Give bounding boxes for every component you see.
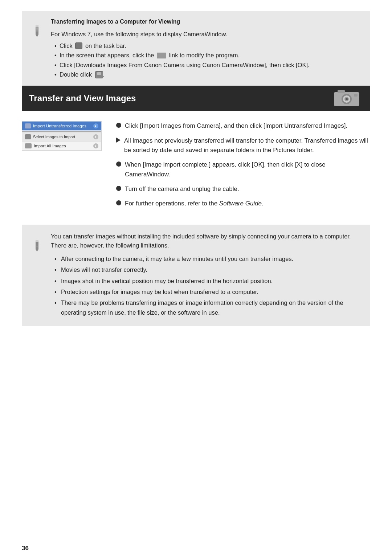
instructions-panel: Click [Import Images from Camera], and t… <box>116 121 370 213</box>
taskbar-icon <box>75 42 82 49</box>
top-note-intro: For Windows 7, use the following steps t… <box>51 30 362 39</box>
list-item: After connecting to the camera, it may t… <box>54 254 362 263</box>
instruction-item-4: Turn off the camera and unplug the cable… <box>116 184 370 194</box>
row-arrow-icon: ► <box>93 143 98 148</box>
instruction-text: For further operations, refer to the Sof… <box>125 199 264 208</box>
instruction-text: Click [Import Images from Camera], and t… <box>125 121 347 131</box>
page: Transferring Images to a Computer for Vi… <box>0 11 392 552</box>
bullet-circle-icon <box>116 200 121 205</box>
top-note-heading: Transferring Images to a Computer for Vi… <box>51 17 362 26</box>
instruction-text: When [Image import complete.] appears, c… <box>125 160 370 179</box>
import-untransferred-icon <box>25 123 31 128</box>
link-icon <box>157 53 166 58</box>
bottom-note-box: You can transfer images without installi… <box>22 225 370 326</box>
list-item: There may be problems transferring image… <box>54 298 362 317</box>
svg-rect-6 <box>36 30 38 31</box>
instruction-item-5: For further operations, refer to the Sof… <box>116 199 370 208</box>
list-item: Click [Downloads Images From Canon Camer… <box>54 60 362 70</box>
select-images-icon <box>25 134 31 139</box>
svg-rect-7 <box>36 32 38 32</box>
svg-rect-17 <box>36 240 38 242</box>
instruction-text: Turn off the camera and unplug the cable… <box>125 184 239 194</box>
list-item: Movies will not transfer correctly. <box>54 265 362 274</box>
svg-rect-20 <box>36 244 38 244</box>
pencil-icon <box>32 25 42 37</box>
import-all-icon <box>25 143 32 148</box>
ui-row-import-all: Import All Images ► <box>22 142 101 151</box>
svg-rect-9 <box>338 90 345 93</box>
list-item: Double click . <box>54 70 362 79</box>
ui-screenshot: Import Untransferred Images ► Select Ima… <box>22 121 102 151</box>
top-note-box: Transferring Images to a Computer for Vi… <box>22 11 370 86</box>
svg-rect-3 <box>36 27 38 28</box>
svg-rect-14 <box>354 94 358 97</box>
bottom-note-intro: You can transfer images without installi… <box>51 232 362 250</box>
ui-row-select-images: Select Images to Import ► <box>22 132 101 142</box>
bullet-circle-icon <box>116 186 121 191</box>
svg-rect-5 <box>36 29 38 30</box>
pencil-icon-bottom <box>32 239 42 252</box>
ui-row-label: Import Untransferred Images <box>33 124 91 128</box>
ui-row-label: Select Images to Import <box>33 135 91 139</box>
top-note-list: Click on the task bar. In the screen tha… <box>51 41 362 79</box>
double-click-icon <box>95 71 103 78</box>
row-arrow-icon: ► <box>93 134 98 139</box>
ui-row-import-untransferred: Import Untransferred Images ► <box>22 122 101 131</box>
svg-rect-18 <box>36 242 38 242</box>
svg-marker-1 <box>36 35 38 37</box>
screenshot-panel: Import Untransferred Images ► Select Ima… <box>22 121 105 151</box>
instruction-item-1: Click [Import Images from Camera], and t… <box>116 121 370 131</box>
svg-rect-22 <box>36 246 38 246</box>
bullet-circle-icon <box>116 123 121 128</box>
svg-rect-4 <box>36 28 38 29</box>
svg-point-13 <box>346 98 348 100</box>
instruction-item-2: All images not previously transferred wi… <box>116 136 370 155</box>
list-item: Images shot in the vertical position may… <box>54 276 362 286</box>
main-content: Import Untransferred Images ► Select Ima… <box>22 111 370 213</box>
svg-rect-19 <box>36 243 38 243</box>
svg-rect-21 <box>36 245 38 245</box>
bottom-note-list: After connecting to the camera, it may t… <box>51 254 362 317</box>
instruction-item-3: When [Image import complete.] appears, c… <box>116 160 370 179</box>
instruction-text: All images not previously transferred wi… <box>124 136 370 155</box>
list-item: In the screen that appears, click the li… <box>54 50 362 60</box>
bullet-triangle-icon <box>116 138 121 143</box>
list-item: Click on the task bar. <box>54 41 362 50</box>
svg-rect-2 <box>36 25 38 27</box>
list-item: Protection settings for images may be lo… <box>54 287 362 297</box>
page-number: 36 <box>22 545 29 552</box>
camera-header-icon <box>330 89 363 107</box>
ui-row-label: Import All Images <box>34 144 91 148</box>
bullet-circle-icon <box>116 161 121 167</box>
svg-marker-16 <box>36 249 38 252</box>
section-header: Transfer and View Images <box>22 86 370 111</box>
row-arrow-icon: ► <box>93 123 98 128</box>
section-title: Transfer and View Images <box>29 93 136 103</box>
